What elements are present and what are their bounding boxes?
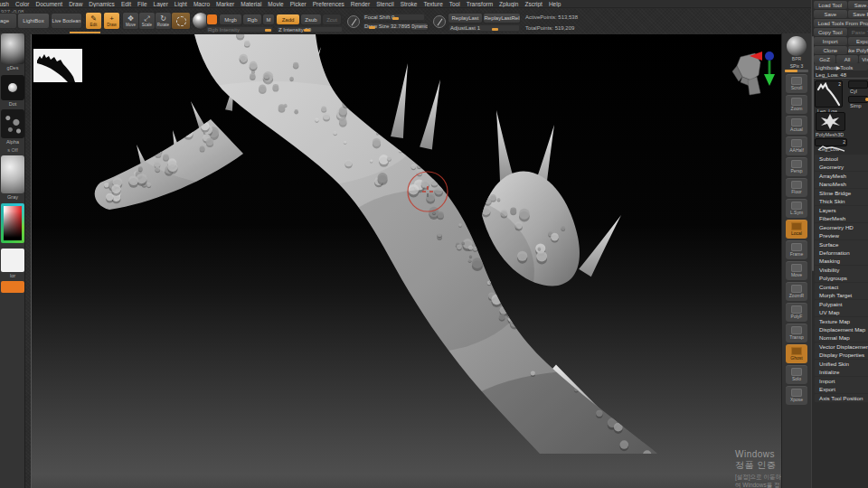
- polyf-toggle-button[interactable]: PolyF: [786, 303, 807, 322]
- goz-button[interactable]: GoZ: [814, 55, 835, 63]
- import-button[interactable]: Import: [814, 37, 847, 45]
- section-preview[interactable]: Preview: [815, 231, 868, 239]
- section-normal-map[interactable]: Normal Map: [815, 333, 868, 342]
- focal-compass-icon[interactable]: [347, 15, 360, 28]
- bpr-render-button[interactable]: BPR: [787, 36, 807, 61]
- menu-draw[interactable]: Draw: [69, 1, 82, 7]
- z-intensity-marker[interactable]: [304, 29, 310, 32]
- stroke-thumbnail[interactable]: [1, 75, 24, 100]
- tool-thumbnail-polymesh3d[interactable]: [816, 112, 845, 131]
- switch-color-swatch[interactable]: [1, 249, 24, 272]
- replay-last-button[interactable]: ReplayLast: [448, 14, 482, 23]
- ghost-toggle-button[interactable]: Ghost: [786, 344, 807, 363]
- menu-stencil[interactable]: Stencil: [376, 1, 394, 7]
- menu-dynamics[interactable]: Dynamics: [89, 1, 115, 7]
- lightbox-tools-button[interactable]: Lightbox▶Tools: [814, 63, 868, 70]
- section-geometry-hd[interactable]: Geometry HD: [815, 223, 868, 231]
- section-layers[interactable]: Layers: [815, 206, 868, 214]
- live-boolean-button[interactable]: Live Boolean: [52, 14, 81, 28]
- menu-layer[interactable]: Layer: [154, 1, 168, 7]
- move-toggle-button[interactable]: Move: [786, 261, 807, 280]
- m-button[interactable]: M: [263, 14, 274, 24]
- section-slime-bridge[interactable]: Slime Bridge: [815, 189, 868, 197]
- spix-slider[interactable]: SPix 3: [785, 63, 808, 72]
- menu-material[interactable]: Material: [241, 1, 261, 7]
- focal-shift-slider[interactable]: Focal Shift 0: [363, 14, 425, 21]
- actual-toggle-button[interactable]: Actual: [786, 116, 807, 135]
- current-brush-thumbnail[interactable]: [1, 33, 24, 64]
- section-polygroups[interactable]: Polygroups: [815, 274, 868, 282]
- section-thick-skin[interactable]: Thick Skin: [815, 197, 868, 205]
- save-as-button[interactable]: Save As: [848, 1, 868, 9]
- make-polymesh3d-button[interactable]: Make PolyMesh3D: [848, 46, 868, 54]
- menu-macro[interactable]: Macro: [193, 1, 210, 7]
- scroll-toggle-button[interactable]: Scroll: [786, 74, 807, 93]
- lightbox-button[interactable]: LightBox: [18, 14, 49, 28]
- tool-thumbnail-leg-low2[interactable]: 2: [815, 138, 847, 146]
- save-file-button[interactable]: Save File: [848, 10, 868, 18]
- menu-light[interactable]: Light: [175, 1, 187, 7]
- menu-picker[interactable]: Picker: [290, 1, 307, 7]
- section-geometry[interactable]: Geometry: [815, 163, 868, 171]
- menu-zplugin[interactable]: Zplugin: [499, 1, 518, 7]
- focal-shift-marker[interactable]: [392, 17, 399, 20]
- tool-thumbnail-cylinder[interactable]: [848, 80, 868, 89]
- partial-left-button[interactable]: age: [0, 14, 16, 28]
- section-nanomesh[interactable]: NanoMesh: [815, 180, 868, 188]
- menu-preferences[interactable]: Preferences: [313, 1, 344, 7]
- menu-tool[interactable]: Tool: [449, 1, 460, 7]
- menu-marker[interactable]: Marker: [216, 1, 234, 7]
- clone-button[interactable]: Clone: [814, 46, 847, 54]
- z-intensity-slider[interactable]: Z Intensity 20: [277, 26, 343, 33]
- local-toggle-button[interactable]: Local: [786, 220, 807, 239]
- menu-zscript[interactable]: Zscript: [524, 1, 542, 7]
- current-color-swatch[interactable]: [207, 14, 217, 24]
- section-export[interactable]: Export: [815, 385, 868, 393]
- visible-button[interactable]: Visible: [859, 55, 868, 63]
- document-canvas[interactable]: Windows 정품 인증 [설정]으로 이동하여 Windows를 정품 인증…: [31, 34, 781, 488]
- section-subtool[interactable]: Subtool: [815, 155, 868, 163]
- section-display-properties[interactable]: Display Properties: [815, 351, 868, 359]
- menu-render[interactable]: Render: [351, 1, 370, 7]
- copy-tool-button[interactable]: Copy Tool: [814, 28, 847, 36]
- section-surface[interactable]: Surface: [815, 240, 868, 249]
- section-import[interactable]: Import: [815, 377, 868, 385]
- persp-toggle-button[interactable]: Persp: [786, 157, 807, 176]
- section-masking[interactable]: Masking: [815, 257, 868, 265]
- current-tool-name[interactable]: Leg_Low. 48: [814, 72, 868, 79]
- sv-square[interactable]: [4, 206, 22, 240]
- alpha-thumbnail[interactable]: [1, 109, 24, 138]
- texture-off-label[interactable]: s Off: [0, 147, 25, 153]
- transp-toggle-button[interactable]: Transp: [786, 324, 807, 343]
- mrgb-button[interactable]: Mrgb: [220, 14, 241, 24]
- section-axis-tool-position[interactable]: Axis Tool Position: [815, 394, 868, 402]
- section-initialize[interactable]: Initialize: [815, 368, 868, 376]
- stroke-button[interactable]: [172, 13, 190, 29]
- menu-help[interactable]: Help: [549, 1, 561, 7]
- color-picker[interactable]: [1, 203, 24, 243]
- move-mode-button[interactable]: ✥Move: [123, 13, 138, 29]
- menu-texture[interactable]: Texture: [423, 1, 442, 7]
- section-contact[interactable]: Contact: [815, 283, 868, 291]
- menu-edit[interactable]: Edit: [121, 1, 131, 7]
- section-arraymesh[interactable]: ArrayMesh: [815, 172, 868, 180]
- load-tool-button[interactable]: Load Tool: [814, 1, 847, 9]
- floor-toggle-button[interactable]: Floor: [786, 178, 807, 197]
- menu-document[interactable]: Document: [36, 1, 63, 7]
- section-displacement-map[interactable]: Displacement Map: [815, 325, 868, 333]
- replay-compass-icon[interactable]: [433, 15, 446, 28]
- zoomr-toggle-button[interactable]: ZoomR: [786, 282, 807, 301]
- dynamic-button[interactable]: Dynamic: [411, 23, 428, 30]
- lsym-toggle-button[interactable]: L.Sym: [786, 199, 807, 218]
- menu-color[interactable]: Color: [15, 1, 30, 7]
- menu-file[interactable]: File: [137, 1, 146, 7]
- zadd-button[interactable]: Zadd: [277, 14, 299, 24]
- all-button[interactable]: All: [836, 55, 858, 63]
- menu-movie[interactable]: Movie: [268, 1, 283, 7]
- aahalf-toggle-button[interactable]: AAHalf: [786, 136, 807, 155]
- edit-mode-button[interactable]: ✎Edit: [86, 13, 101, 29]
- solo-toggle-button[interactable]: Solo: [786, 365, 807, 384]
- rgb-button[interactable]: Rgb: [243, 14, 261, 24]
- zoom-toggle-button[interactable]: Zoom: [786, 95, 807, 114]
- section-vector-displacement-map[interactable]: Vector Displacement Map: [815, 343, 868, 351]
